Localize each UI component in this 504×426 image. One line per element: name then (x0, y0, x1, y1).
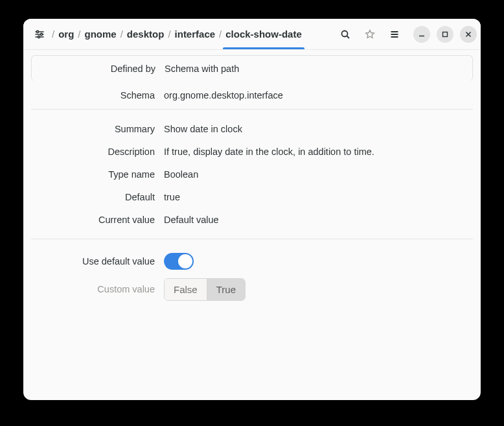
row-description: Description If true, display date in the… (31, 140, 473, 163)
svg-point-3 (40, 33, 42, 35)
value-summary: Show date in clock (164, 124, 473, 134)
value-type-name: Boolean (164, 169, 473, 180)
row-schema: Schema org.gnome.desktop.interface (31, 84, 473, 106)
headerbar: / org / gnome / desktop / interface / cl… (23, 19, 481, 50)
breadcrumb-item-desktop[interactable]: desktop (126, 29, 166, 40)
breadcrumb-separator: / (165, 29, 173, 40)
svg-line-7 (347, 36, 350, 38)
row-use-default: Use default value (31, 248, 473, 274)
breadcrumb-item-gnome[interactable]: gnome (84, 29, 118, 40)
row-summary: Summary Show date in clock (31, 117, 473, 140)
row-default: Default true (31, 185, 473, 208)
value-default: true (164, 192, 473, 202)
value-schema: org.gnome.desktop.interface (164, 90, 473, 101)
settings-icon[interactable] (32, 23, 47, 45)
breadcrumb-item-org[interactable]: org (57, 29, 75, 40)
row-type-name: Type name Boolean (31, 163, 473, 185)
switch-knob (178, 254, 192, 268)
breadcrumb-item-clock-show-date[interactable]: clock-show-date (224, 29, 303, 49)
star-icon[interactable] (359, 23, 381, 45)
breadcrumb-separator: / (118, 29, 126, 40)
content-area: Defined by Schema with path Schema org.g… (23, 50, 481, 400)
custom-value-false[interactable]: False (165, 279, 207, 300)
minimize-button[interactable] (413, 26, 430, 43)
breadcrumb-separator: / (75, 29, 83, 40)
label-description: Description (31, 147, 164, 157)
custom-value-segmented: False True (164, 278, 246, 301)
label-defined-by: Defined by (32, 64, 165, 74)
value-current-value: Default value (164, 215, 473, 225)
menu-icon[interactable] (384, 23, 406, 45)
svg-point-6 (342, 30, 348, 36)
custom-value-true[interactable]: True (207, 279, 245, 300)
window: / org / gnome / desktop / interface / cl… (23, 19, 481, 400)
svg-point-5 (38, 36, 40, 38)
section-details: Summary Show date in clock Description I… (31, 110, 473, 239)
breadcrumb-item-interface[interactable]: interface (174, 29, 217, 40)
value-description: If true, display date in the clock, in a… (164, 147, 473, 157)
search-icon[interactable] (334, 23, 356, 45)
use-default-switch[interactable] (164, 253, 194, 270)
label-summary: Summary (31, 124, 164, 134)
svg-rect-12 (443, 32, 448, 36)
label-default: Default (31, 192, 164, 202)
label-current-value: Current value (31, 215, 164, 225)
value-defined-by: Schema with path (165, 64, 472, 74)
breadcrumb-separator: / (49, 29, 57, 40)
label-custom-value: Custom value (31, 284, 164, 294)
breadcrumb-separator: / (216, 29, 224, 40)
svg-point-1 (36, 30, 38, 32)
row-current-value: Current value Default value (31, 208, 473, 231)
breadcrumb: / org / gnome / desktop / interface / cl… (49, 29, 303, 40)
row-custom-value: Custom value False True (31, 274, 473, 304)
label-schema: Schema (31, 90, 164, 101)
label-type-name: Type name (31, 169, 164, 180)
row-defined-by: Defined by Schema with path (32, 57, 472, 80)
section-definition: Defined by Schema with path (31, 55, 473, 81)
close-button[interactable] (460, 26, 477, 43)
maximize-button[interactable] (437, 26, 453, 43)
section-controls: Use default value Custom value False Tru… (31, 239, 473, 313)
label-use-default: Use default value (31, 256, 164, 266)
section-schema: Schema org.gnome.desktop.interface (31, 81, 473, 110)
